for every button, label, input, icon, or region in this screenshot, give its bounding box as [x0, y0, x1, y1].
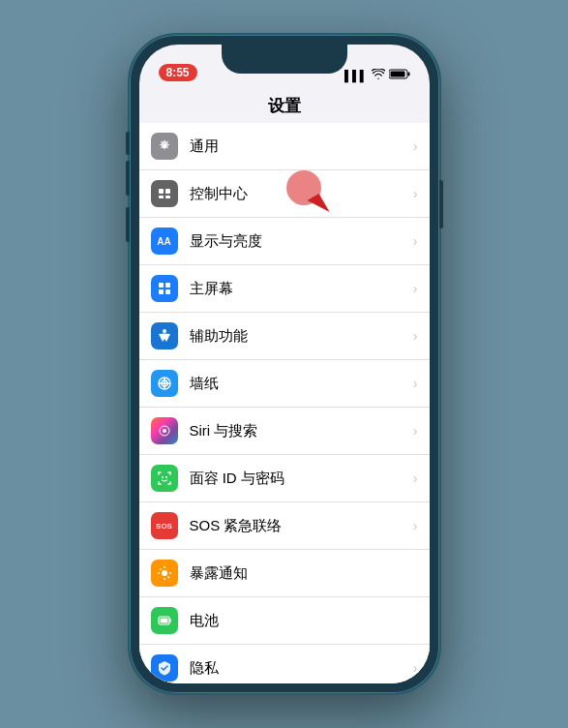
list-item[interactable]: SOS SOS 紧急联络 › — [139, 502, 430, 550]
svg-line-27 — [167, 577, 169, 579]
list-item[interactable]: 暴露通知 — [139, 550, 430, 597]
settings-content: 设置 通用 › — [139, 87, 430, 683]
display-label: 显示与亮度 — [190, 232, 409, 251]
siri-icon — [151, 417, 178, 444]
notch — [222, 45, 347, 74]
faceid-chevron: › — [413, 470, 418, 486]
svg-point-12 — [163, 329, 166, 333]
list-item[interactable]: AA 显示与亮度 › — [139, 218, 430, 265]
svg-rect-1 — [407, 73, 409, 76]
svg-rect-5 — [165, 189, 170, 194]
list-item[interactable]: 通用 › — [139, 123, 430, 170]
list-item[interactable]: 隐私 › — [139, 645, 430, 683]
wallpaper-icon — [151, 370, 178, 397]
signal-icon: ▌▌▌ — [344, 70, 367, 81]
battery-icon — [389, 69, 410, 81]
volume-down-button[interactable] — [126, 207, 130, 242]
general-label: 通用 — [190, 137, 409, 156]
svg-line-26 — [160, 568, 162, 570]
accessibility-icon — [151, 322, 178, 349]
volume-up-button[interactable] — [126, 161, 130, 196]
svg-rect-6 — [159, 196, 164, 198]
privacy-label: 隐私 — [190, 659, 409, 678]
list-item[interactable]: 墙纸 › — [139, 360, 430, 408]
list-item[interactable]: 控制中心 › — [139, 170, 430, 218]
control-center-icon — [151, 180, 178, 207]
control-center-label: 控制中心 — [190, 185, 409, 203]
home-chevron: › — [413, 281, 418, 296]
list-item[interactable]: 主屏幕 › — [139, 265, 430, 313]
section-system: 通用 › 控制中心 › — [139, 123, 430, 683]
silent-button[interactable] — [126, 132, 130, 155]
general-icon — [151, 133, 178, 160]
faceid-icon — [151, 465, 178, 492]
svg-rect-10 — [159, 289, 164, 294]
privacy-icon — [151, 654, 178, 682]
display-icon: AA — [151, 228, 178, 255]
home-label: 主屏幕 — [190, 280, 409, 298]
svg-rect-29 — [169, 619, 171, 622]
svg-rect-9 — [165, 283, 170, 288]
general-chevron: › — [413, 138, 418, 154]
siri-chevron: › — [413, 423, 418, 439]
svg-point-19 — [162, 476, 164, 478]
svg-rect-2 — [390, 72, 404, 77]
svg-point-18 — [163, 429, 166, 433]
accessibility-chevron: › — [413, 328, 418, 344]
status-icons: ▌▌▌ — [344, 69, 409, 81]
home-icon — [151, 275, 178, 302]
phone-screen: 8:55 ▌▌▌ — [139, 45, 430, 683]
wifi-icon — [372, 69, 385, 81]
sos-chevron: › — [413, 518, 418, 533]
svg-rect-30 — [160, 619, 167, 623]
faceid-label: 面容 ID 与密码 — [190, 470, 409, 488]
control-center-chevron: › — [413, 186, 418, 201]
list-item[interactable]: 面容 ID 与密码 › — [139, 455, 430, 502]
battery-label: 电池 — [190, 612, 418, 630]
list-item[interactable]: 电池 — [139, 597, 430, 645]
accessibility-label: 辅助功能 — [190, 327, 409, 346]
sos-icon: SOS — [151, 512, 178, 539]
phone-frame: 8:55 ▌▌▌ — [130, 35, 439, 693]
svg-rect-11 — [165, 289, 170, 294]
list-item[interactable]: Siri 与搜索 › — [139, 408, 430, 455]
wallpaper-chevron: › — [413, 376, 418, 391]
privacy-chevron: › — [413, 660, 418, 676]
page-title: 设置 — [139, 87, 430, 123]
svg-point-20 — [165, 476, 167, 478]
display-chevron: › — [413, 233, 418, 249]
status-time: 8:55 — [159, 64, 197, 81]
sos-label: SOS 紧急联络 — [190, 517, 409, 535]
svg-point-21 — [162, 570, 167, 576]
wallpaper-label: 墙纸 — [190, 375, 409, 393]
settings-list[interactable]: 通用 › 控制中心 › — [139, 123, 430, 683]
svg-rect-4 — [159, 189, 164, 194]
siri-label: Siri 与搜索 — [190, 422, 409, 440]
exposure-label: 暴露通知 — [190, 564, 418, 583]
battery-icon — [151, 607, 178, 634]
exposure-icon — [151, 560, 178, 587]
svg-rect-7 — [165, 196, 170, 198]
power-button[interactable] — [439, 180, 443, 228]
list-item[interactable]: 辅助功能 › — [139, 313, 430, 360]
svg-rect-8 — [159, 283, 164, 288]
